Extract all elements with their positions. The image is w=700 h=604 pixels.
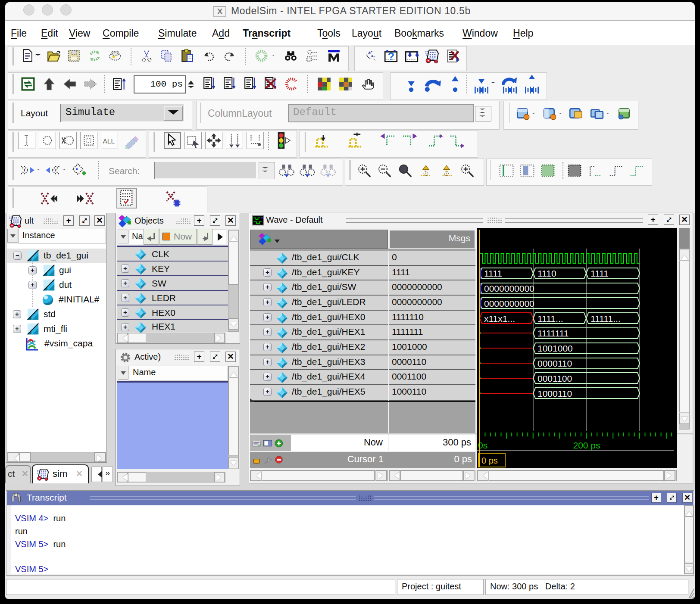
svg-text:0000000000: 0000000000 bbox=[484, 299, 534, 308]
svg-text:1111...: 1111... bbox=[538, 314, 563, 324]
svg-text:1000110: 1000110 bbox=[538, 389, 572, 399]
svg-text:1110: 1110 bbox=[538, 268, 556, 278]
svg-text:x11x1...: x11x1... bbox=[484, 314, 515, 324]
svg-text:1111111: 1111111 bbox=[538, 328, 569, 338]
svg-text:0000000000: 0000000000 bbox=[484, 283, 534, 293]
svg-text:ALL: ALL bbox=[103, 137, 115, 145]
svg-text:1001000: 1001000 bbox=[538, 343, 573, 353]
svg-text:1111: 1111 bbox=[591, 268, 609, 278]
svg-text:0001100: 0001100 bbox=[538, 374, 572, 383]
svg-text:0000110: 0000110 bbox=[538, 358, 572, 368]
svg-text:0 ps: 0 ps bbox=[481, 456, 498, 465]
svg-text:1111: 1111 bbox=[484, 268, 502, 278]
svg-text:200 ps: 200 ps bbox=[573, 440, 600, 450]
svg-text:11111...: 11111... bbox=[591, 314, 621, 324]
